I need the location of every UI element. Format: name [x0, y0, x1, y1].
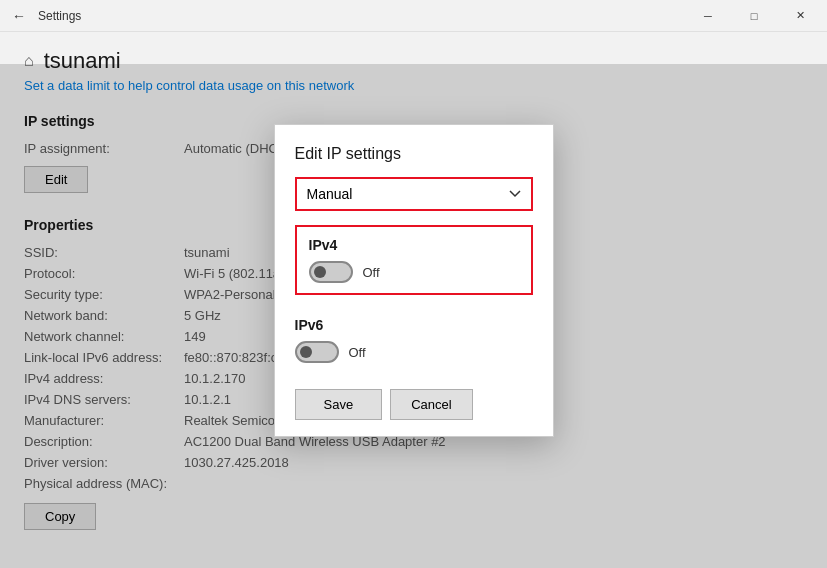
ip-mode-dropdown[interactable]: Automatic (DHCP) Manual: [297, 179, 531, 209]
titlebar-title: Settings: [38, 9, 81, 23]
ipv4-section: IPv4 Off: [295, 225, 533, 295]
ipv6-toggle-track: [295, 341, 339, 363]
ipv6-toggle-label: Off: [349, 345, 366, 360]
dialog-buttons: Save Cancel: [295, 389, 533, 420]
ipv6-toggle-row: Off: [295, 341, 533, 363]
cancel-button[interactable]: Cancel: [390, 389, 472, 420]
maximize-button[interactable]: □: [731, 0, 777, 32]
save-button[interactable]: Save: [295, 389, 383, 420]
back-button[interactable]: ←: [8, 8, 30, 24]
titlebar: ← Settings ─ □ ✕: [0, 0, 827, 32]
ipv6-toggle-thumb: [300, 346, 312, 358]
ipv4-toggle-track: [309, 261, 353, 283]
ipv4-toggle-label: Off: [363, 265, 380, 280]
titlebar-left: ← Settings: [8, 8, 81, 24]
minimize-button[interactable]: ─: [685, 0, 731, 32]
ipv6-toggle[interactable]: [295, 341, 339, 363]
ipv4-toggle[interactable]: [309, 261, 353, 283]
ipv6-label: IPv6: [295, 317, 533, 333]
ipv6-section: IPv6 Off: [295, 307, 533, 373]
ipv4-toggle-row: Off: [309, 261, 519, 283]
main-content: ⌂ tsunami Set a data limit to help contr…: [0, 32, 827, 568]
dialog-title: Edit IP settings: [295, 145, 533, 163]
edit-ip-dialog: Edit IP settings Automatic (DHCP) Manual…: [274, 124, 554, 437]
titlebar-controls: ─ □ ✕: [685, 0, 823, 32]
close-button[interactable]: ✕: [777, 0, 823, 32]
ip-mode-dropdown-wrapper[interactable]: Automatic (DHCP) Manual: [295, 177, 533, 211]
ipv4-label: IPv4: [309, 237, 519, 253]
dialog-overlay: Edit IP settings Automatic (DHCP) Manual…: [0, 64, 827, 568]
ipv4-toggle-thumb: [314, 266, 326, 278]
